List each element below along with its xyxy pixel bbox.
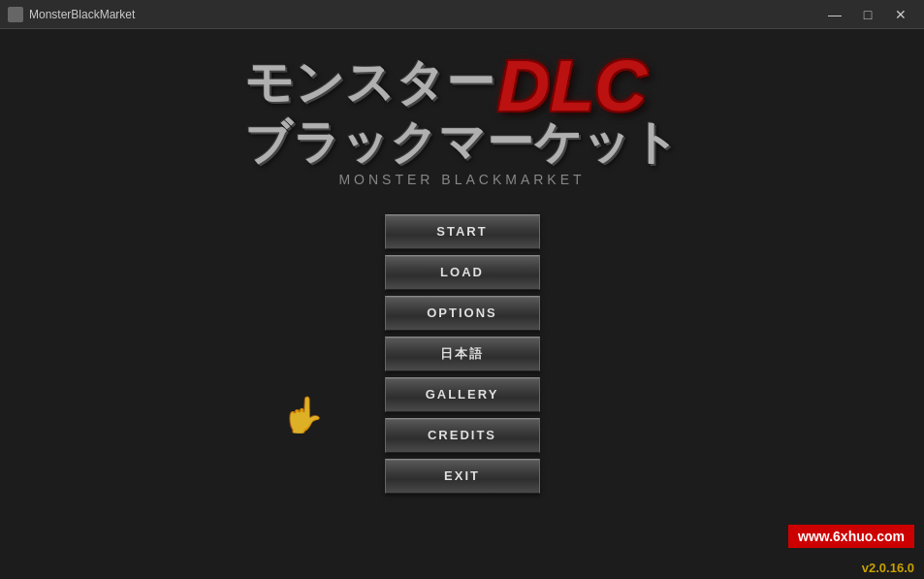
window-controls: — □ ✕ xyxy=(819,4,916,25)
titlebar: MonsterBlackMarket — □ ✕ xyxy=(0,0,924,29)
gallery-button[interactable]: GALLERY xyxy=(385,377,540,412)
language-button[interactable]: 日本語 xyxy=(385,337,540,371)
logo-dlc: DLC xyxy=(497,53,647,119)
minimize-button[interactable]: — xyxy=(819,4,850,25)
maximize-button[interactable]: □ xyxy=(852,4,883,25)
watermark-badge: www.6xhuo.com xyxy=(788,525,914,548)
app-icon xyxy=(8,7,23,22)
logo-graphic: モンスター DLC ブラックマーケット xyxy=(244,58,680,166)
logo-japanese-line1: モンスター xyxy=(244,58,495,107)
credits-button[interactable]: CREDITS xyxy=(385,418,540,453)
load-button[interactable]: LOAD xyxy=(385,255,540,290)
main-content: モンスター DLC ブラックマーケット MONSTER BLACKMARKET … xyxy=(0,29,924,579)
version-label: v2.0.16.0 xyxy=(862,561,914,575)
app-window: MonsterBlackMarket — □ ✕ モンスター DLC ブラックマ… xyxy=(0,0,924,579)
options-button[interactable]: OPTIONS xyxy=(385,296,540,331)
logo-subtitle: MONSTER BLACKMARKET xyxy=(244,172,680,187)
exit-button[interactable]: EXIT xyxy=(385,459,540,494)
window-title: MonsterBlackMarket xyxy=(29,8,819,21)
logo-area: モンスター DLC ブラックマーケット MONSTER BLACKMARKET xyxy=(244,58,680,187)
cursor-icon: 👆 xyxy=(281,395,325,435)
logo-row2: ブラックマーケット xyxy=(244,119,680,166)
main-menu: START LOAD OPTIONS 日本語 GALLERY CREDITS E… xyxy=(385,214,540,494)
logo-row1: モンスター DLC xyxy=(244,58,647,119)
start-button[interactable]: START xyxy=(385,214,540,249)
close-button[interactable]: ✕ xyxy=(885,4,916,25)
logo-japanese-line2: ブラックマーケット xyxy=(244,116,680,168)
